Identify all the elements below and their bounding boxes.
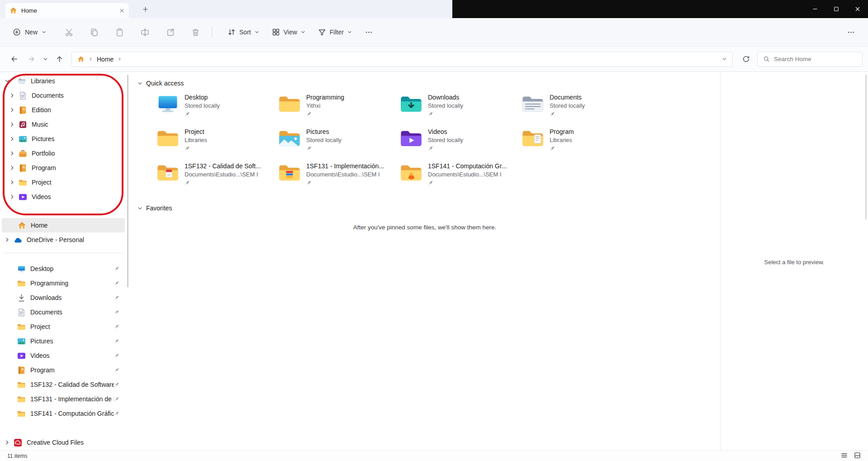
folder-icon [17, 279, 26, 288]
sidebar-item-videos[interactable]: Videos [2, 190, 125, 204]
chevron-down-icon[interactable] [138, 206, 142, 211]
filter-button[interactable]: Filter [313, 24, 356, 41]
sidebar-item-creative-cloud[interactable]: Creative Cloud Files [2, 435, 125, 450]
quick-access-item-programming[interactable]: Programming Yithxi [278, 94, 399, 119]
quick-access-item-1sf132[interactable]: 1SF132 - Calidad de Soft... Documents\Es… [156, 162, 278, 188]
quick-access-item-pictures[interactable]: Pictures Stored locally [278, 128, 399, 153]
details-view-button[interactable] [841, 452, 848, 460]
back-button[interactable] [5, 51, 23, 67]
sidebar-item-programming-pinned[interactable]: Programming [2, 276, 125, 290]
chevron-right-icon[interactable] [5, 440, 10, 445]
close-button[interactable] [847, 0, 868, 18]
quick-access-item-project[interactable]: Project Libraries [156, 128, 278, 153]
window-scrollbar[interactable] [865, 75, 867, 219]
new-tab-button[interactable] [139, 3, 152, 15]
home-icon [9, 7, 17, 14]
ellipsis-icon [847, 28, 855, 37]
chevron-down-icon[interactable] [722, 57, 727, 62]
item-subtitle: Stored locally [428, 102, 463, 109]
chevron-right-icon[interactable] [9, 93, 15, 98]
sidebar-item-libraries[interactable]: Libraries [2, 74, 125, 88]
new-button[interactable]: New [7, 24, 52, 41]
sidebar-item-1sf131-pinned[interactable]: 1SF131 - Implementación de Ba [2, 392, 125, 406]
sidebar-item-pictures-pinned[interactable]: Pictures [2, 334, 125, 348]
sidebar-item-label: Pictures [32, 135, 125, 143]
sidebar-item-program[interactable]: Program [2, 161, 125, 175]
share-button[interactable] [161, 24, 179, 41]
chevron-down-icon[interactable] [5, 78, 10, 84]
favorites-header[interactable]: Favorites [138, 203, 720, 213]
chevron-down-icon [347, 30, 352, 34]
sidebar-item-videos-pinned[interactable]: Videos [2, 348, 125, 363]
quick-access-item-documents[interactable]: Documents Stored locally [521, 94, 643, 119]
pin-icon [185, 111, 190, 117]
sort-button[interactable]: Sort [223, 24, 264, 41]
quick-access-item-program[interactable]: Program Libraries [521, 128, 643, 153]
sidebar-item-music[interactable]: Music [2, 117, 125, 132]
chevron-right-icon[interactable] [9, 122, 15, 127]
item-name: Videos [428, 128, 463, 135]
more-options-button[interactable] [360, 24, 378, 41]
maximize-button[interactable] [825, 0, 847, 18]
paste-button[interactable] [110, 24, 128, 41]
quick-access-item-1sf131[interactable]: 1SF131 - Implementación... Documents\Est… [278, 162, 399, 188]
see-more-button[interactable] [842, 24, 860, 41]
recent-locations-button[interactable] [40, 51, 51, 67]
sidebar-item-documents-pinned[interactable]: Documents [2, 305, 125, 319]
chevron-right-icon[interactable] [9, 136, 15, 142]
sidebar-item-edition[interactable]: Edition [2, 103, 125, 117]
quick-access-item-1sf141[interactable]: 1SF141 - Computación Gr... Documents\Est… [399, 162, 521, 188]
breadcrumb-bar[interactable]: Home [71, 52, 733, 67]
chevron-right-icon[interactable] [9, 107, 15, 113]
sidebar-item-program-pinned[interactable]: Program [2, 363, 125, 377]
search-input[interactable] [774, 56, 857, 62]
chevron-right-icon [89, 57, 93, 61]
chevron-right-icon[interactable] [9, 194, 15, 200]
sidebar-scrollbar[interactable] [127, 75, 128, 287]
sidebar-item-label: Creative Cloud Files [27, 439, 125, 446]
copy-button[interactable] [85, 24, 103, 41]
chevron-right-icon[interactable] [9, 151, 15, 156]
sidebar-item-downloads-pinned[interactable]: Downloads [2, 290, 125, 305]
rename-button[interactable] [136, 24, 154, 41]
quick-access-item-downloads[interactable]: Downloads Stored locally [399, 94, 521, 119]
close-tab-icon[interactable] [119, 8, 124, 13]
sidebar-item-project[interactable]: Project [2, 175, 125, 190]
notebook-icon [19, 164, 27, 172]
item-name: 1SF132 - Calidad de Soft... [185, 162, 261, 170]
sidebar-item-label: Project [32, 179, 125, 186]
chevron-down-icon[interactable] [138, 81, 142, 86]
chevron-right-icon[interactable] [9, 180, 15, 185]
minimize-button[interactable] [804, 0, 825, 18]
breadcrumb-home[interactable]: Home [97, 56, 114, 63]
sidebar-item-1sf141-pinned[interactable]: 1SF141 - Computación Gráfica y [2, 406, 125, 421]
delete-button[interactable] [186, 24, 204, 41]
thumbnail-view-button[interactable] [854, 452, 861, 460]
sidebar-item-label: Desktop [30, 265, 114, 272]
sidebar-item-documents[interactable]: Documents [2, 88, 125, 103]
chevron-right-icon[interactable] [9, 165, 15, 171]
sidebar-item-label: 1SF132 - Calidad de Software [30, 381, 114, 388]
up-button[interactable] [51, 51, 68, 67]
sidebar-item-pictures[interactable]: Pictures [2, 132, 125, 146]
quick-access-title: Quick access [146, 80, 184, 87]
refresh-button[interactable] [737, 51, 754, 67]
sidebar-item-home[interactable]: Home [2, 218, 125, 233]
search-icon [763, 56, 770, 62]
sidebar-item-portfolio[interactable]: Portfolio [2, 146, 125, 161]
sidebar-item-project-pinned[interactable]: Project [2, 319, 125, 334]
sidebar-item-desktop-pinned[interactable]: Desktop [2, 261, 125, 276]
item-subtitle: Stored locally [185, 102, 220, 109]
cut-button[interactable] [60, 24, 78, 41]
search-box[interactable] [757, 52, 863, 67]
quick-access-item-videos[interactable]: Videos Stored locally [399, 128, 521, 153]
sidebar-item-1sf132-pinned[interactable]: 1SF132 - Calidad de Software [2, 377, 125, 392]
forward-button[interactable] [23, 51, 40, 67]
view-button[interactable]: View [267, 24, 310, 41]
tab-home[interactable]: Home [5, 2, 129, 18]
sidebar-item-onedrive[interactable]: OneDrive - Personal [2, 233, 125, 247]
chevron-right-icon[interactable] [5, 237, 10, 242]
quick-access-header[interactable]: Quick access [138, 78, 720, 88]
forward-arrow-icon [28, 55, 35, 63]
quick-access-item-desktop[interactable]: Desktop Stored locally [156, 94, 278, 119]
